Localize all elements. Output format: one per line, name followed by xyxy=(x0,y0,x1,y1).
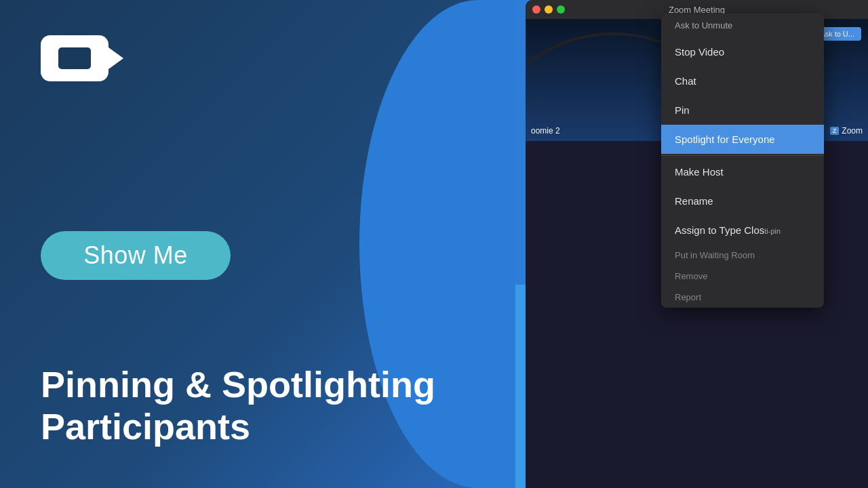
zoom-z-badge: Z xyxy=(830,127,840,135)
minimize-button[interactable] xyxy=(545,5,553,14)
menu-remove-label: Remove xyxy=(675,271,707,281)
participant-label-zoomie2: oomie 2 xyxy=(531,126,560,136)
menu-assign-suffix: ti-pin xyxy=(764,227,781,235)
show-me-button[interactable]: Show Me xyxy=(41,231,231,280)
window-controls xyxy=(532,5,565,14)
title-line2: Participants xyxy=(41,406,250,447)
menu-report-label: Report xyxy=(675,292,701,302)
menu-item-rename[interactable]: Rename xyxy=(661,186,824,216)
zoom-window: Zoom Meeting Ask to U... oomie 2 Z Zoom xyxy=(526,0,868,488)
menu-item-pin[interactable]: Pin xyxy=(661,96,824,125)
zoomie2-name: oomie 2 xyxy=(531,126,560,136)
context-menu: Ask to Unmute Stop Video Chat Pin Spotli… xyxy=(661,14,824,308)
menu-waiting-room-label: Put in Waiting Room xyxy=(675,250,755,260)
zoom-name: Zoom xyxy=(842,126,863,136)
menu-item-stop-video[interactable]: Stop Video xyxy=(661,37,824,66)
menu-separator-1 xyxy=(661,155,824,156)
menu-pin-label: Pin xyxy=(675,104,690,116)
right-panel: Zoom Meeting Ask to U... oomie 2 Z Zoom xyxy=(515,0,868,488)
maximize-button[interactable] xyxy=(557,5,565,14)
menu-stop-video-label: Stop Video xyxy=(675,46,724,58)
zoom-logo xyxy=(41,35,108,81)
menu-item-spotlight[interactable]: Spotlight for Everyone xyxy=(661,125,824,154)
title-section: Pinning & Spotlighting Participants xyxy=(41,363,435,447)
participant-label-zoom: Z Zoom xyxy=(830,126,863,136)
left-panel: Show Me Pinning & Spotlighting Participa… xyxy=(0,0,515,488)
menu-chat-label: Chat xyxy=(675,75,696,87)
zoom-logo-icon xyxy=(41,35,108,81)
page-title: Pinning & Spotlighting Participants xyxy=(41,363,435,447)
menu-item-ask-unmute[interactable]: Ask to Unmute xyxy=(661,14,824,37)
show-me-label: Show Me xyxy=(83,241,188,270)
menu-make-host-label: Make Host xyxy=(675,166,724,178)
menu-assign-label: Assign to Type Clos xyxy=(675,224,764,236)
menu-item-assign[interactable]: Assign to Type Closti-pin xyxy=(661,216,824,245)
camera-icon xyxy=(58,47,91,69)
menu-item-make-host[interactable]: Make Host xyxy=(661,157,824,186)
title-line1: Pinning & Spotlighting xyxy=(41,364,435,405)
menu-spotlight-label: Spotlight for Everyone xyxy=(675,134,775,145)
menu-rename-label: Rename xyxy=(675,195,713,207)
menu-item-chat[interactable]: Chat xyxy=(661,66,824,96)
menu-item-report[interactable]: Report xyxy=(661,287,824,308)
ask-unmute-label: Ask to U... xyxy=(820,30,854,38)
close-button[interactable] xyxy=(532,5,540,14)
menu-ask-unmute-label: Ask to Unmute xyxy=(675,20,732,30)
menu-item-remove[interactable]: Remove xyxy=(661,266,824,287)
menu-item-waiting-room[interactable]: Put in Waiting Room xyxy=(661,245,824,266)
